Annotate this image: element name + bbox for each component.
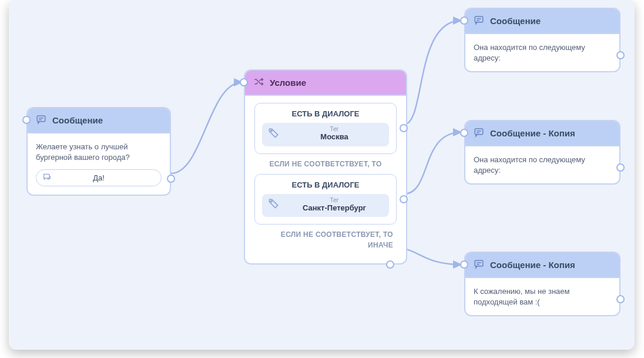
port-in[interactable]	[22, 116, 31, 124]
port-out[interactable]	[616, 163, 625, 172]
tag-caption: Тег	[286, 126, 383, 132]
condition-group-header: ЕСТЬ В ДИАЛОГЕ	[262, 180, 389, 189]
condition-group-2[interactable]: ЕСТЬ В ДИАЛОГЕ Тег Санкт-Петербург	[254, 174, 397, 225]
node-title: Условие	[270, 78, 306, 88]
node-title: Сообщение	[490, 16, 541, 26]
tag-chip[interactable]: Тег Москва	[262, 123, 389, 146]
svg-rect-4	[475, 129, 483, 135]
message-icon	[36, 114, 46, 126]
svg-rect-3	[475, 16, 483, 22]
tag-icon	[268, 198, 280, 212]
node-body: Она находится по следующему адресу:	[465, 146, 619, 183]
port-in[interactable]	[460, 260, 468, 269]
condition-group-header: ЕСТЬ В ДИАЛОГЕ	[262, 109, 389, 118]
shuffle-icon	[253, 76, 264, 89]
node-header: Сообщение - Копия	[465, 253, 619, 278]
node-message-branch-1[interactable]: Сообщение Она находится по следующему ад…	[464, 8, 620, 72]
condition-body: ЕСТЬ В ДИАЛОГЕ Тег Москва ЕСЛИ НЕ СООТВЕ…	[245, 96, 406, 263]
message-icon	[474, 15, 484, 27]
port-in[interactable]	[460, 129, 468, 137]
message-icon	[474, 127, 484, 139]
node-message-branch-2[interactable]: Сообщение - Копия Она находится по следу…	[464, 120, 620, 185]
node-header: Сообщение - Копия	[465, 121, 619, 146]
port-out[interactable]	[616, 51, 625, 59]
port-out[interactable]	[167, 175, 175, 183]
node-header: Условие	[245, 71, 406, 96]
else-final-label-1: ЕСЛИ НЕ СООТВЕТСТВУЕТ, ТО	[254, 230, 397, 239]
node-message-else[interactable]: Сообщение - Копия К сожалению, мы не зна…	[464, 252, 620, 316]
quick-reply-button[interactable]: Да!	[36, 169, 162, 186]
port-in[interactable]	[460, 16, 468, 25]
node-title: Сообщение	[52, 115, 103, 125]
svg-rect-5	[475, 260, 483, 266]
node-body: К сожалению, мы не знаем подходящей вам …	[465, 278, 619, 315]
node-header: Сообщение	[465, 9, 619, 34]
tag-text: Тег Санкт-Петербург	[286, 198, 383, 213]
svg-point-2	[271, 201, 272, 202]
port-out-branch-1[interactable]	[400, 124, 408, 132]
quick-reply-label: Да!	[93, 173, 105, 182]
tag-chip[interactable]: Тег Санкт-Петербург	[262, 194, 389, 218]
node-title: Сообщение - Копия	[490, 260, 575, 270]
else-final-label-2: ИНАЧЕ	[254, 241, 397, 249]
condition-group-1[interactable]: ЕСТЬ В ДИАЛОГЕ Тег Москва	[254, 103, 397, 154]
chat-icon	[42, 172, 52, 183]
message-icon	[474, 259, 484, 271]
message-text: К сожалению, мы не знаем подходящей вам …	[474, 286, 611, 307]
tag-value: Москва	[286, 132, 383, 142]
node-body: Желаете узнать о лучшей бургерной вашего…	[28, 133, 170, 195]
node-message-start[interactable]: Сообщение Желаете узнать о лучшей бургер…	[26, 107, 171, 196]
flow-canvas[interactable]: Сообщение Желаете узнать о лучшей бургер…	[9, 0, 635, 350]
port-in[interactable]	[240, 78, 248, 86]
message-text: Желаете узнать о лучшей бургерной вашего…	[36, 142, 162, 162]
svg-rect-0	[37, 116, 45, 122]
node-header: Сообщение	[28, 108, 170, 133]
port-out-else[interactable]	[386, 260, 394, 269]
node-condition[interactable]: Условие ЕСТЬ В ДИАЛОГЕ Тег Москва ЕСЛИ Н…	[244, 69, 407, 265]
node-title: Сообщение - Копия	[490, 128, 575, 138]
tag-caption: Тег	[286, 198, 383, 203]
tag-icon	[268, 127, 280, 141]
else-label: ЕСЛИ НЕ СООТВЕТСТВУЕТ, ТО	[254, 160, 397, 168]
message-text: Она находится по следующему адресу:	[474, 155, 611, 175]
tag-text: Тег Москва	[286, 126, 383, 142]
port-out-branch-2[interactable]	[400, 195, 408, 203]
tag-value: Санкт-Петербург	[286, 203, 383, 213]
svg-point-1	[271, 130, 272, 131]
port-out[interactable]	[616, 295, 625, 303]
node-body: Она находится по следующему адресу:	[465, 34, 619, 71]
message-text: Она находится по следующему адресу:	[474, 42, 611, 63]
